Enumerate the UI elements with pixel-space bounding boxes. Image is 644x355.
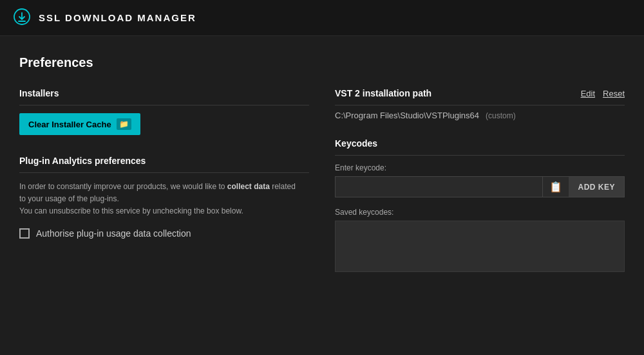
analytics-checkbox-label[interactable]: Authorise plug-in usage data collection: [36, 228, 191, 239]
analytics-section: Plug-in Analytics preferences In order t…: [19, 156, 309, 239]
logo: SSL DOWNLOAD MANAGER: [13, 8, 196, 28]
page-title: Preferences: [19, 55, 625, 70]
vst-custom-label: (custom): [486, 111, 516, 120]
clear-cache-label: Clear Installer Cache: [28, 120, 111, 129]
enter-keycode-label: Enter keycode:: [335, 163, 625, 172]
vst-edit-button[interactable]: Edit: [581, 89, 595, 98]
vst-path-value: C:\Program Files\Studio\VSTPlugins64: [335, 111, 479, 120]
keycode-input[interactable]: [336, 177, 542, 197]
analytics-desc-part1: In order to constantly improve our produ…: [19, 182, 227, 191]
analytics-checkbox-row[interactable]: Authorise plug-in usage data collection: [19, 228, 309, 239]
analytics-checkbox[interactable]: [19, 228, 30, 239]
folder-icon: 📁: [117, 118, 131, 130]
vst-path-display: C:\Program Files\Studio\VSTPlugins64 (cu…: [335, 111, 625, 120]
vst-actions: Edit Reset: [581, 89, 625, 98]
analytics-description: In order to constantly improve our produ…: [19, 181, 309, 218]
analytics-section-title: Plug-in Analytics preferences: [19, 156, 309, 173]
vst-section-header: VST 2 installation path Edit Reset: [335, 88, 625, 105]
saved-keycodes-box: [335, 221, 625, 272]
main-content: Preferences Installers Clear Installer C…: [0, 36, 644, 285]
vst-section-title: VST 2 installation path: [335, 88, 431, 98]
installers-section-title: Installers: [19, 88, 309, 105]
clipboard-icon: 📋: [549, 181, 562, 192]
clear-installer-cache-button[interactable]: Clear Installer Cache 📁: [19, 113, 140, 135]
keycodes-section: Keycodes Enter keycode: 📋 ADD KEY Saved …: [335, 138, 625, 272]
app-title: SSL DOWNLOAD MANAGER: [39, 12, 196, 23]
clipboard-icon-button[interactable]: 📋: [542, 177, 569, 197]
right-column: VST 2 installation path Edit Reset C:\Pr…: [335, 88, 625, 272]
saved-keycodes-label: Saved keycodes:: [335, 208, 625, 217]
keycodes-section-title: Keycodes: [335, 138, 625, 156]
analytics-desc-bold: collect data: [227, 182, 270, 191]
app-logo-icon: [13, 8, 31, 28]
left-column: Installers Clear Installer Cache 📁 Plug-…: [19, 88, 309, 272]
vst-reset-button[interactable]: Reset: [603, 89, 625, 98]
keycode-input-row: 📋 ADD KEY: [335, 176, 625, 197]
add-key-button[interactable]: ADD KEY: [569, 177, 624, 197]
app-header: SSL DOWNLOAD MANAGER: [0, 0, 644, 36]
preferences-layout: Installers Clear Installer Cache 📁 Plug-…: [19, 88, 625, 272]
